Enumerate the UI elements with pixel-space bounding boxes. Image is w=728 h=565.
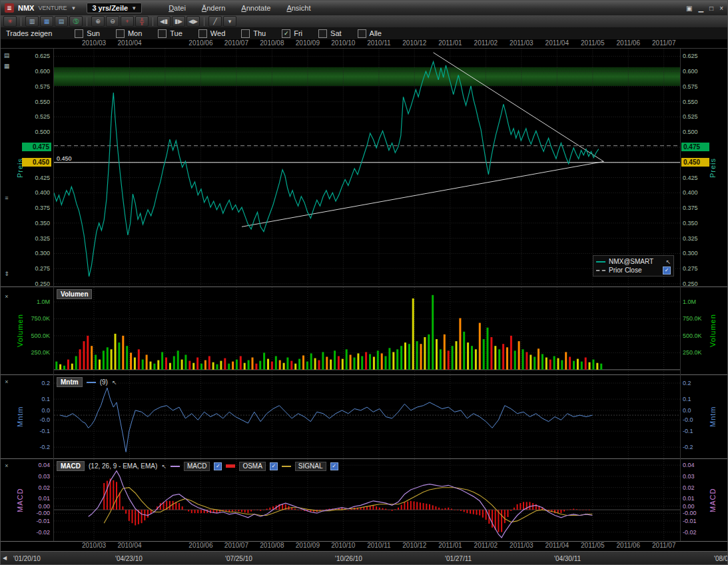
mntm-panel-close-icon[interactable]: ×	[2, 378, 11, 386]
delete-annotation-icon[interactable]: ✳	[3, 16, 17, 27]
date-label: 2010/03	[79, 39, 109, 47]
date-label: 2010/08	[256, 542, 287, 549]
panel-drag-handle-icon[interactable]: ≡	[2, 194, 11, 202]
axis-marker-0.450: 0.450	[681, 158, 709, 167]
menu-annotate[interactable]: Annotate	[241, 4, 270, 12]
legend-pointer-icon[interactable]: ↖	[665, 259, 671, 265]
date-label: 2011/04	[542, 39, 572, 47]
snapshot-icon[interactable]: Ⓢ	[69, 16, 83, 27]
trades-filter-row: Trades zeigen SunMonTueWedThu✓FriSatAlle	[1, 27, 727, 39]
osma-checkbox[interactable]: ✓	[270, 462, 278, 470]
timeframe-dropdown[interactable]: 3 yrs/Zeile ▼	[87, 3, 142, 13]
checkbox-wed[interactable]: Wed	[198, 29, 225, 38]
zoom-out-icon[interactable]: ⊖	[106, 16, 119, 27]
trendline-tool-icon[interactable]: ╱	[208, 16, 222, 27]
scrollbar-date-label: '10/26/10	[335, 555, 362, 562]
macd-panel-close-icon[interactable]: ×	[2, 462, 11, 470]
scrollbar-date-label: '04/23/10	[115, 555, 143, 562]
price-chart[interactable]	[54, 49, 680, 286]
zoom-in-icon[interactable]: ⊕	[91, 16, 105, 27]
checkbox-label: Mon	[128, 29, 142, 37]
toolbar: ✳▥▦▤Ⓢ⊕⊖+╬◀▮▮▶◀▶╱▾	[1, 15, 727, 27]
menu-aendern[interactable]: Ändern	[202, 4, 225, 12]
menu-bar: DateiÄndernAnnotateAnsicht	[169, 4, 310, 12]
price-panel-tools-icon[interactable]: ▦	[2, 62, 11, 70]
hline-price-label: 0.450	[57, 155, 72, 162]
signal-checkbox[interactable]: ✓	[330, 462, 338, 470]
checkbox-label: Wed	[210, 29, 225, 37]
prior-close-checkbox[interactable]: ✓	[663, 267, 671, 275]
checkbox-sat[interactable]: Sat	[318, 29, 342, 38]
date-label: 2010/10	[328, 39, 358, 47]
pan-left-icon[interactable]: ◀▮	[157, 16, 171, 27]
date-label: 2011/03	[506, 39, 537, 47]
date-label: 2011/02	[470, 39, 501, 47]
legend-line-swatch	[282, 466, 291, 467]
date-label: 2011/06	[613, 39, 643, 47]
volume-chart[interactable]	[54, 287, 680, 374]
checkbox-label: Fri	[294, 29, 302, 37]
mntm-period-label: (9)	[100, 378, 108, 386]
checkbox-thu[interactable]: Thu	[241, 29, 266, 38]
checkbox-alle[interactable]: Alle	[358, 29, 382, 38]
axis-title: Preis	[15, 49, 25, 286]
checkbox-label: Thu	[253, 29, 266, 37]
pan-right-icon[interactable]: ▮▶	[172, 16, 185, 27]
panel-splitter-icon[interactable]: ⇕	[2, 270, 11, 278]
weekday-checkboxes: SunMonTueWedThu✓FriSatAlle	[75, 29, 382, 38]
legend-row-prior-close: Prior Close✓	[596, 266, 671, 275]
date-label: 2011/04	[542, 542, 572, 549]
time-scrollbar[interactable]: ◀'01/20/10'04/23/10'07/25/10'10/26/10'01…	[1, 551, 727, 565]
dotted-crosshair-icon[interactable]: ╬	[135, 16, 149, 27]
axis-title: MACD	[15, 459, 25, 541]
checkbox-tue[interactable]: Tue	[158, 29, 182, 38]
legend-label-osma: OSMA	[239, 462, 265, 471]
menu-ansicht[interactable]: Ansicht	[286, 4, 310, 12]
date-label: 2011/06	[613, 542, 643, 549]
mntm-pointer-icon[interactable]: ↖	[112, 379, 117, 386]
checkbox-mon[interactable]: Mon	[116, 29, 142, 38]
checkbox-label: Tue	[170, 29, 182, 37]
pin-window-icon[interactable]: ▣	[686, 5, 692, 12]
close-icon[interactable]: ×	[719, 5, 723, 12]
tws-chart-window: ≣ NMX VENTURE ▼ 3 yrs/Zeile ▼ DateiÄnder…	[0, 0, 728, 565]
macd-chart[interactable]	[54, 459, 680, 541]
date-label: 2010/04	[114, 39, 145, 47]
date-label: 2010/06	[185, 542, 216, 549]
mntm-chart[interactable]	[54, 375, 680, 458]
volume-panel-close-icon[interactable]: ×	[2, 292, 11, 300]
date-label: 2011/05	[577, 39, 608, 47]
zoom-x-icon[interactable]: ◀▶	[186, 16, 200, 27]
mntm-header: Mntm(9)↖	[57, 377, 117, 387]
date-label: 2011/01	[435, 542, 466, 549]
mntm-line-swatch	[87, 382, 96, 383]
macd-pointer-icon[interactable]: ↖	[161, 463, 167, 470]
date-label: 2010/07	[221, 39, 252, 47]
scrollbar-date-label: '04/30/11	[554, 555, 581, 562]
more-tools-icon[interactable]: ▾	[223, 16, 236, 27]
checkbox-fri[interactable]: ✓Fri	[282, 29, 302, 38]
checkbox-box	[318, 29, 327, 38]
checkbox-box	[358, 29, 366, 38]
date-label: 2010/08	[256, 39, 287, 47]
volume-header: Volumen	[57, 289, 92, 299]
crosshair-icon[interactable]: +	[121, 16, 134, 27]
checkbox-sun[interactable]: Sun	[75, 29, 100, 38]
candle-style-icon[interactable]: ▦	[40, 16, 53, 27]
axis-title: Mntm	[708, 375, 717, 458]
maximize-icon[interactable]: □	[709, 5, 713, 12]
menu-datei[interactable]: Datei	[169, 4, 186, 12]
minimize-icon[interactable]: ▁	[698, 5, 703, 12]
macd-params-label: (12, 26, 9 - EMA, EMA)	[89, 462, 157, 470]
histogram-style-icon[interactable]: ▤	[55, 16, 68, 27]
date-label: 2010/09	[292, 542, 323, 549]
symbol-dropdown-icon[interactable]: ▼	[71, 5, 76, 11]
scrollbar-date-label: '08/0	[714, 555, 728, 562]
macd-checkbox[interactable]: ✓	[214, 462, 222, 470]
scrollbar-left-arrow[interactable]: ◀	[3, 555, 7, 561]
checkbox-label: Sat	[330, 29, 342, 37]
price-panel-settings-icon[interactable]: ▤	[2, 51, 11, 59]
date-label: 2010/07	[221, 542, 252, 549]
bar-style-icon[interactable]: ▥	[25, 16, 39, 27]
axis-title: Preis	[708, 49, 717, 286]
